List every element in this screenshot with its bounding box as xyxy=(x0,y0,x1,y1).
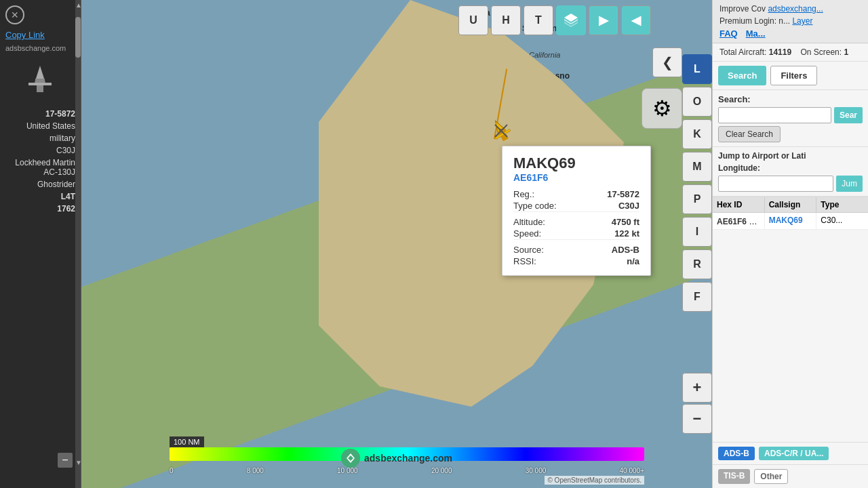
popup-source-label: Source: xyxy=(513,244,585,256)
btn-back[interactable]: ◀ xyxy=(621,5,651,35)
map-link[interactable]: Ma... xyxy=(746,28,766,39)
side-btn-m[interactable]: M xyxy=(682,152,712,182)
popup-rssi-value: n/a xyxy=(585,256,639,267)
badge-tisb[interactable]: TIS-B xyxy=(718,469,750,484)
table-headers: Hex ID Callsign Type xyxy=(713,197,868,213)
jump-row: Jum xyxy=(718,176,863,192)
popup-source-value: ADS-B xyxy=(585,244,639,256)
search-button[interactable]: Search xyxy=(718,66,766,85)
table-row[interactable]: AE61F6 🇺🇸 MAKQ69 C30... xyxy=(713,213,868,230)
source-badges: ADS-B ADS-C/R / UA... xyxy=(713,442,868,464)
premium-login-text: Premium Login: n... Layer xyxy=(719,16,861,26)
map-area[interactable]: Santa Rosa Oakland San Jose Salinas Stoc… xyxy=(81,0,712,488)
side-btn-i[interactable]: I xyxy=(682,217,712,247)
col-header-type: Type xyxy=(816,197,868,212)
badge-adsb[interactable]: ADS-B xyxy=(718,447,755,460)
gear-icon: ⚙ xyxy=(652,96,672,121)
aircraft-popup[interactable]: MAKQ69 AE61F6 Reg.: 17-5872 Type code: C… xyxy=(502,146,651,276)
right-panel: Improve Cov adsbexchang... Premium Login… xyxy=(712,0,868,488)
zoom-out-button[interactable]: − xyxy=(682,404,712,434)
jump-input[interactable] xyxy=(718,176,833,192)
stats-bar: Total Aircraft: 14119 On Screen: 1 xyxy=(713,43,868,62)
settings-button[interactable]: ⚙ xyxy=(642,88,682,129)
on-screen-label: On Screen: xyxy=(800,47,842,57)
minus-button[interactable]: − xyxy=(58,453,73,468)
aircraft-thumbnail xyxy=(20,60,61,101)
collapse-panel-button[interactable]: ❮ xyxy=(652,47,682,77)
close-button[interactable]: ✕ xyxy=(5,5,24,24)
aircraft-marker[interactable] xyxy=(487,117,514,144)
table-cell-type: C30... xyxy=(816,213,868,229)
category: military xyxy=(0,132,81,144)
badge-other[interactable]: Other xyxy=(754,469,788,484)
btn-u[interactable]: U xyxy=(458,5,488,35)
squawk: L4T xyxy=(0,190,81,203)
scroll-up-arrow[interactable]: ▲ xyxy=(75,0,81,10)
map-controls-top: U H T ▶ ◀ xyxy=(458,5,651,35)
nickname: Ghostrider xyxy=(0,178,81,190)
popup-speed-label: Speed: xyxy=(513,228,585,240)
right-top-section: Improve Cov adsbexchang... Premium Login… xyxy=(713,0,868,43)
logo-overlay: adsbexchange.com xyxy=(341,449,452,468)
type-code: C30J xyxy=(0,144,81,157)
logo-icon xyxy=(341,449,360,468)
side-btn-k[interactable]: K xyxy=(682,119,712,149)
side-btn-p[interactable]: P xyxy=(682,184,712,214)
scale-0: 0 xyxy=(170,467,174,474)
copy-link-button[interactable]: Copy Link xyxy=(0,27,81,43)
badge-adscr[interactable]: ADS-C/R / UA... xyxy=(759,447,829,460)
side-controls: L O K M P I R F xyxy=(682,54,712,312)
faq-link[interactable]: FAQ xyxy=(719,28,738,39)
country: United States xyxy=(0,120,81,132)
btn-t[interactable]: T xyxy=(524,5,553,35)
table-cell-hexid[interactable]: AE61F6 🇺🇸 xyxy=(713,213,765,229)
flag-icon: 🇺🇸 xyxy=(749,216,760,226)
popup-table: Reg.: 17-5872 Type code: C30J Altitude: … xyxy=(513,188,639,267)
improve-link[interactable]: adsbexchang... xyxy=(768,4,823,14)
btn-h[interactable]: H xyxy=(491,5,521,35)
side-btn-r[interactable]: R xyxy=(682,249,712,279)
scroll-down-arrow[interactable]: ▼ xyxy=(75,458,81,468)
search-go-button[interactable]: Sear xyxy=(834,107,863,123)
side-btn-f[interactable]: F xyxy=(682,282,712,312)
on-screen-value: 1 xyxy=(844,47,848,57)
popup-speed-value: 122 kt xyxy=(585,228,639,240)
filters-button[interactable]: Filters xyxy=(770,66,817,85)
layer-link[interactable]: Layer xyxy=(792,16,812,26)
scale-30000: 30 000 xyxy=(526,467,547,474)
reg-number: 17-5872 xyxy=(0,108,81,120)
total-aircraft-label: Total Aircraft: xyxy=(719,47,766,57)
logo-text: adsbexchange.com xyxy=(364,453,452,464)
longitude-label: Longitude: xyxy=(718,163,863,173)
search-input[interactable] xyxy=(718,107,831,123)
scroll-thumb[interactable] xyxy=(75,17,81,58)
jump-section: Jump to Airport or Lati Longitude: Jum xyxy=(713,147,868,197)
scroll-bar[interactable]: ▲ ▼ xyxy=(75,0,81,488)
chevron-left-icon: ❮ xyxy=(662,54,673,70)
jump-button[interactable]: Jum xyxy=(836,176,863,192)
zoom-in-button[interactable]: + xyxy=(682,373,712,403)
popup-alt-value: 4750 ft xyxy=(585,216,639,228)
aircraft-type: Lockheed Martin AC-130J xyxy=(0,157,81,178)
clear-search-button[interactable]: Clear Search xyxy=(718,126,781,142)
popup-reg-value: 17-5872 xyxy=(585,188,639,200)
side-btn-o[interactable]: O xyxy=(682,87,712,117)
popup-hex-id[interactable]: AE61F6 xyxy=(513,172,639,183)
scale-10000: 10 000 xyxy=(337,467,358,474)
table-cell-callsign[interactable]: MAKQ69 xyxy=(765,213,817,229)
side-btn-l[interactable]: L xyxy=(682,54,712,84)
svg-rect-3 xyxy=(37,85,43,92)
hex-id-link[interactable]: AE61F6 xyxy=(717,217,747,226)
btn-forward[interactable]: ▶ xyxy=(589,5,618,35)
popup-type-value: C30J xyxy=(585,200,639,212)
popup-rssi-label: RSSI: xyxy=(513,256,585,267)
popup-type-label: Type code: xyxy=(513,200,585,212)
aircraft-table: Hex ID Callsign Type AE61F6 🇺🇸 MAKQ69 C3… xyxy=(713,197,868,442)
scale-40000: 40 000+ xyxy=(620,467,644,474)
improve-coverage-text: Improve Cov adsbexchang... xyxy=(719,4,861,14)
jump-section-label: Jump to Airport or Lati xyxy=(718,151,863,161)
attribution: © OpenStreetMap contributors. xyxy=(545,476,644,485)
btn-layers[interactable] xyxy=(556,5,586,35)
callsign-link[interactable]: MAKQ69 xyxy=(769,216,803,225)
zoom-controls: + − xyxy=(682,373,712,434)
